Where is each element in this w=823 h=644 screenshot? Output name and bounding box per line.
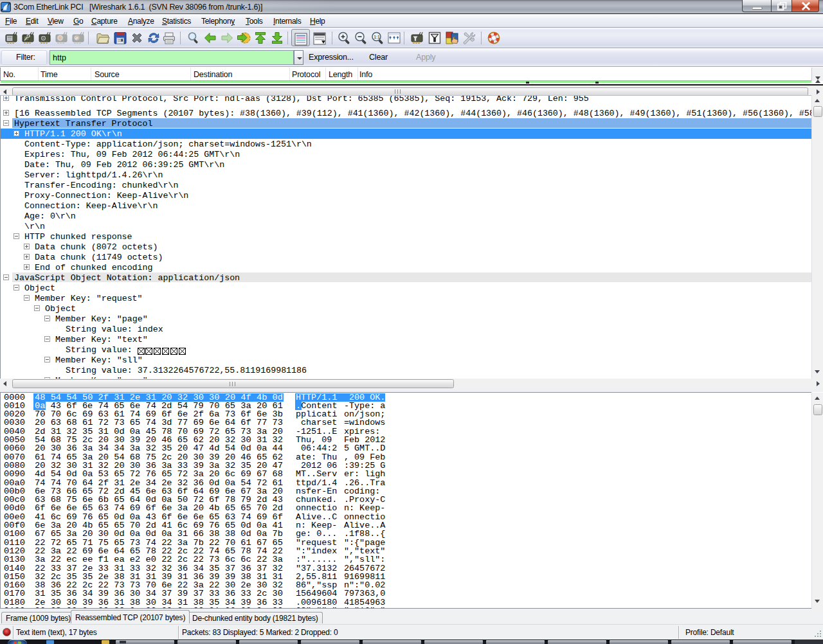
svg-text:1:1: 1:1 — [374, 35, 380, 39]
